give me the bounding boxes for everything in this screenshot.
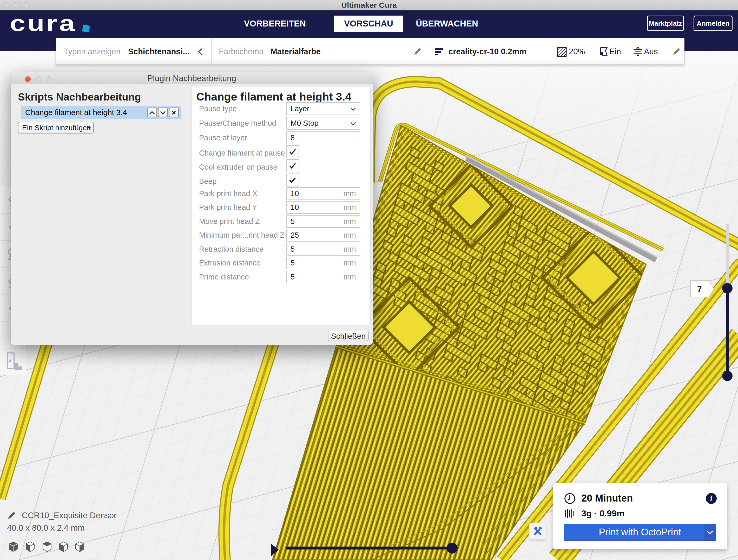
- svg-text:7: 7: [697, 285, 702, 294]
